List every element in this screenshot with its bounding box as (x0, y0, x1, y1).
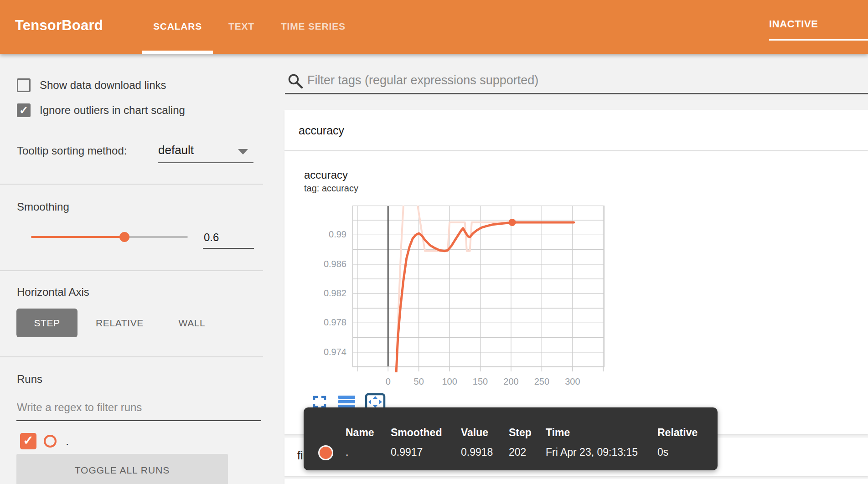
y-tick-label: 0.974 (284, 347, 346, 357)
x-tick-label: 150 (467, 376, 494, 387)
checkbox-label: Show data download links (40, 79, 166, 92)
runs-filter-input[interactable] (17, 401, 245, 414)
tooltip-value-smoothed: 0.9917 (391, 446, 423, 458)
smoothing-slider-thumb[interactable] (119, 232, 129, 242)
tooltip-header-step: Step (509, 427, 532, 439)
tooltip-sorting-label: Tooltip sorting method: (17, 144, 127, 157)
run-color-swatch-icon[interactable] (44, 435, 57, 448)
tooltip-header-smoothed: Smoothed (391, 427, 442, 439)
tab-text[interactable]: TEXT (217, 0, 265, 54)
smoothing-value-underline (203, 248, 254, 249)
next-section-card (284, 479, 868, 484)
show-download-links-checkbox[interactable]: Show data download links (17, 78, 166, 92)
x-tick-label: 300 (559, 376, 586, 387)
x-tick-label: 200 (497, 376, 525, 387)
accuracy-plot-svg (352, 206, 604, 372)
tab-scalars[interactable]: SCALARS (142, 0, 213, 54)
checkbox-label: Ignore outliers in chart scaling (40, 104, 185, 117)
tooltip-header-value: Value (461, 427, 488, 439)
run-checkbox-checked-icon[interactable]: ✓ (20, 433, 36, 449)
tab-time-series[interactable]: TIME SERIES (270, 0, 356, 54)
accuracy-chart-card: accuracy tag: accuracy 0.990.9860.9820.9… (284, 151, 868, 434)
search-icon (287, 73, 304, 89)
y-tick-label: 0.978 (284, 317, 346, 328)
checkbox-checked-icon[interactable]: ✓ (17, 103, 31, 117)
divider (0, 356, 263, 357)
filter-tags-input[interactable] (307, 73, 832, 88)
axis-button-step[interactable]: STEP (16, 309, 78, 337)
tooltip-header-time: Time (546, 427, 570, 439)
chevron-down-icon[interactable] (238, 149, 248, 154)
divider (0, 184, 263, 185)
app-title: TensorBoard (15, 0, 103, 54)
smoothing-slider-fill (31, 236, 124, 238)
data-table-icon[interactable] (338, 396, 356, 408)
run-color-swatch-icon (318, 445, 333, 460)
y-tick-label: 0.986 (284, 259, 346, 269)
checkbox-unchecked-icon[interactable] (17, 78, 31, 92)
tooltip-value-name: . (346, 446, 348, 458)
smoothing-label: Smoothing (17, 201, 69, 213)
status-badge[interactable]: INACTIVE (769, 18, 818, 30)
x-tick-label: 250 (528, 376, 555, 387)
chart-title: accuracy (304, 169, 348, 181)
dropdown-underline (158, 162, 253, 163)
tooltip-value-step: 202 (509, 446, 526, 458)
filter-tags-underline (285, 93, 868, 94)
tooltip-sorting-dropdown[interactable]: default (158, 143, 194, 157)
runs-label: Runs (17, 373, 42, 386)
tooltip-value-value: 0.9918 (461, 446, 493, 458)
tooltip-value-relative: 0s (657, 446, 668, 458)
run-row: ✓ . (20, 433, 69, 449)
accuracy-section-card[interactable]: accuracy (284, 110, 868, 150)
runs-filter-underline (16, 420, 261, 421)
tooltip-value-time: Fri Apr 23, 09:13:15 (546, 446, 638, 458)
accuracy-plot[interactable] (352, 206, 604, 372)
y-tick-label: 0.99 (284, 229, 346, 240)
chart-tag: tag: accuracy (304, 183, 358, 194)
run-name: . (66, 434, 69, 448)
divider (0, 270, 263, 271)
status-underline (769, 39, 868, 41)
tooltip-header-name: Name (346, 427, 374, 439)
axis-button-wall[interactable]: WALL (162, 309, 222, 337)
app-header: TensorBoard SCALARS TEXT TIME SERIES INA… (0, 0, 868, 54)
y-tick-label: 0.982 (284, 288, 346, 299)
tab-bar: SCALARS TEXT TIME SERIES (142, 0, 361, 54)
x-tick-label: 100 (436, 376, 463, 387)
chart-hover-tooltip: Name Smoothed Value Step Time Relative .… (304, 407, 718, 470)
axis-button-relative[interactable]: RELATIVE (87, 309, 153, 337)
settings-sidebar: Show data download links ✓ Ignore outlie… (0, 54, 263, 484)
x-tick-label: 50 (405, 376, 433, 387)
horizontal-axis-label: Horizontal Axis (17, 286, 89, 299)
section-title: accuracy (299, 110, 344, 150)
tooltip-header-relative: Relative (657, 427, 698, 439)
ignore-outliers-checkbox[interactable]: ✓ Ignore outliers in chart scaling (17, 103, 185, 117)
expand-chart-icon[interactable] (313, 396, 326, 408)
x-tick-label: 0 (374, 376, 402, 387)
smoothing-value[interactable]: 0.6 (204, 231, 219, 244)
toggle-all-runs-button[interactable]: TOGGLE ALL RUNS (16, 454, 228, 484)
